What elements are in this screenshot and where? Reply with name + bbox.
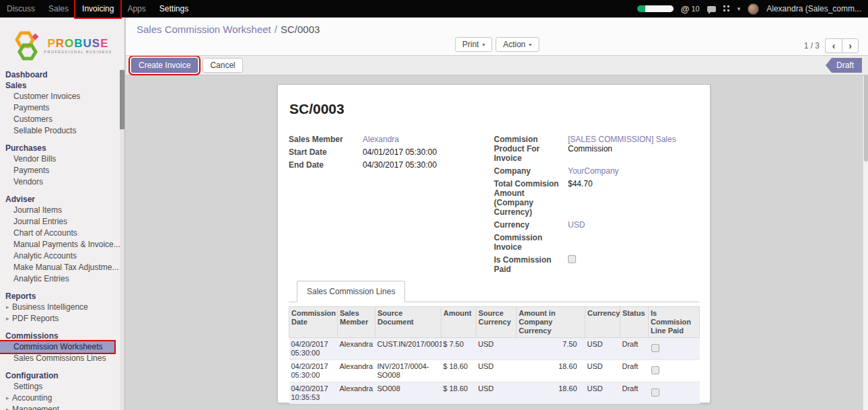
company-value-link[interactable]: YourCompany	[568, 166, 619, 176]
col-header-sales-member[interactable]: Sales Member	[338, 307, 375, 338]
sidebar-item-label: Journal Entries	[13, 216, 67, 228]
apps-grid-icon[interactable]	[723, 5, 730, 12]
sidebar-section-commissions[interactable]: Commissions	[0, 331, 124, 341]
col-header-status[interactable]: Status	[620, 307, 649, 338]
sidebar-scrollbar-thumb[interactable]	[120, 70, 124, 129]
create-invoice-button[interactable]: Create Invoice	[131, 58, 198, 73]
commission-product-value[interactable]: [SALES COMMISSION] Sales Commission	[568, 135, 699, 163]
messages-icon[interactable]	[707, 6, 716, 12]
sidebar-item-manual-tax-adjustment[interactable]: Make Manual Tax Adjustme...	[0, 262, 124, 273]
is-commission-paid-checkbox[interactable]	[568, 255, 576, 263]
commission-invoice-value[interactable]	[568, 233, 699, 252]
cell-company-amount: 18.60	[517, 360, 585, 382]
main-scrollbar-thumb[interactable]	[864, 61, 868, 162]
sidebar-item-label: Vendor Bills	[13, 153, 56, 165]
currency-value-link[interactable]: USD	[568, 220, 585, 230]
topmenu-discuss[interactable]: Discuss	[0, 0, 42, 18]
sidebar-item-sellable-products[interactable]: Sellable Products	[0, 125, 124, 137]
sidebar-item-payments-sales[interactable]: Payments	[0, 102, 124, 114]
col-header-commission-date[interactable]: Commission Date	[289, 307, 338, 338]
sidebar-item-vendors[interactable]: Vendors	[0, 176, 124, 188]
progress-pill-icon[interactable]	[637, 5, 674, 12]
col-header-source-document[interactable]: Source Document	[375, 307, 441, 338]
systray: @ 10 ▾ Alexandra (Sales_comm...	[637, 0, 868, 18]
line-paid-checkbox[interactable]	[651, 388, 659, 397]
sidebar-item-management[interactable]: ▸Management	[0, 404, 124, 410]
field-label-is-commission-paid: Is Commission Paid	[494, 255, 568, 274]
print-dropdown-button[interactable]: Print ▾	[455, 37, 493, 52]
sidebar-scrollbar[interactable]	[120, 69, 124, 410]
print-label: Print	[462, 40, 479, 49]
sidebar-section-configuration[interactable]: Configuration	[0, 371, 124, 381]
table-row[interactable]: 04/20/2017 10:35:53 Alexandra SO008 $ 18…	[289, 382, 700, 405]
table-row[interactable]: 04/20/2017 05:30:00 Alexandra CUST.IN/20…	[289, 338, 700, 360]
table-row[interactable]: 04/20/2017 05:30:00 Alexandra INV/2017/0…	[289, 360, 700, 382]
topmenu-sales[interactable]: Sales	[42, 0, 75, 18]
col-header-amount[interactable]: Amount	[441, 307, 476, 338]
commission-product-link[interactable]: [SALES COMMISSION] Sales	[568, 135, 676, 144]
field-label-commission-product: Commision Product For Invoice	[494, 135, 568, 163]
col-header-currency[interactable]: Currency	[585, 307, 620, 338]
avatar[interactable]	[748, 3, 759, 15]
chevron-down-icon: ▾	[482, 42, 485, 48]
sidebar-item-business-intelligence[interactable]: ▸Business Intelligence	[0, 302, 124, 313]
sidebar-item-commission-worksheets[interactable]: Commission Worksheets	[0, 341, 114, 353]
sidebar-item-sales-commissions-lines[interactable]: Sales Commissions Lines	[0, 353, 124, 364]
status-badge-draft[interactable]: Draft	[826, 58, 862, 73]
col-header-is-commission-line-paid[interactable]: Is Commision Line Paid	[649, 307, 700, 338]
sales-member-value-link[interactable]: Alexandra	[363, 135, 399, 144]
topmenu-apps[interactable]: Apps	[120, 0, 152, 18]
topmenu-invoicing[interactable]: Invoicing	[75, 0, 120, 18]
sidebar-item-pdf-reports[interactable]: ▸PDF Reports	[0, 313, 124, 324]
sidebar-item-manual-payments[interactable]: Manual Payments & Invoice...	[0, 239, 124, 250]
sidebar-item-customers[interactable]: Customers	[0, 114, 124, 125]
end-date-value[interactable]: 04/30/2017 05:30:00	[363, 160, 494, 170]
topmenu-settings[interactable]: Settings	[153, 0, 195, 18]
sidebar-item-analytic-accounts[interactable]: Analytic Accounts	[0, 250, 124, 262]
user-menu[interactable]: Alexandra (Sales_comm...	[766, 4, 861, 13]
sidebar-item-accounting[interactable]: ▸Accounting	[0, 392, 124, 404]
pager-next-button[interactable]: ›	[842, 38, 859, 53]
record-title: SC/0003	[289, 101, 699, 117]
sidebar-item-customer-invoices[interactable]: Customer Invoices	[0, 91, 124, 102]
sidebar-item-payments-purchases[interactable]: Payments	[0, 165, 124, 176]
start-date-value[interactable]: 04/01/2017 05:30:00	[363, 147, 494, 157]
col-header-amount-company-currency[interactable]: Amount in Company Currency	[517, 307, 585, 338]
activities-button[interactable]: @ 10	[681, 4, 700, 14]
main-scrollbar[interactable]	[863, 18, 868, 410]
chevron-down-icon[interactable]: ▾	[737, 5, 741, 12]
sidebar-section-dashboard[interactable]: Dashboard	[0, 70, 124, 80]
sidebar-item-label: Analytic Entries	[13, 273, 69, 285]
field-label-company: Company	[494, 166, 568, 176]
sidebar-section-reports[interactable]: Reports	[0, 292, 124, 302]
breadcrumb-separator: /	[275, 24, 277, 35]
sidebar-section-adviser[interactable]: Adviser	[0, 195, 124, 205]
sidebar-item-label: Payments	[13, 165, 49, 176]
sidebar-item-chart-of-accounts[interactable]: Chart of Accounts	[0, 228, 124, 239]
cancel-button[interactable]: Cancel	[203, 58, 242, 73]
form-sheet: SC/0003 Sales Member Alexandra Start Dat…	[277, 84, 711, 403]
breadcrumb-parent-link[interactable]: Sales Commission Worksheet	[137, 24, 271, 35]
sidebar-section-purchases[interactable]: Purchases	[0, 143, 124, 153]
sidebar-item-label: Settings	[13, 381, 42, 392]
sidebar-item-label: Vendors	[13, 176, 43, 188]
main-area: Sales Commission Worksheet/SC/0003 Print…	[126, 18, 868, 410]
top-navbar: Discuss Sales Invoicing Apps Settings @ …	[0, 0, 868, 18]
sidebar-section-sales[interactable]: Sales	[0, 81, 124, 91]
cell-member: Alexandra	[338, 360, 375, 382]
sidebar-item-analytic-entries[interactable]: Analytic Entries	[0, 273, 124, 285]
cell-doc: CUST.IN/2017/0001	[375, 338, 441, 360]
line-paid-checkbox[interactable]	[651, 344, 659, 352]
tab-sales-commission-lines[interactable]: Sales Commission Lines	[297, 281, 405, 302]
sidebar-item-journal-items[interactable]: Journal Items	[0, 205, 124, 216]
line-paid-checkbox[interactable]	[651, 366, 659, 374]
action-dropdown-button[interactable]: Action ▾	[496, 37, 539, 52]
sidebar-item-vendor-bills[interactable]: Vendor Bills	[0, 153, 124, 165]
sidebar-item-journal-entries[interactable]: Journal Entries	[0, 216, 124, 228]
pager-counter: 1 / 3	[804, 41, 820, 50]
sidebar-item-settings[interactable]: Settings	[0, 381, 124, 392]
pager-previous-button[interactable]: ‹	[825, 38, 842, 53]
field-group-left: Sales Member Alexandra Start Date 04/01/…	[289, 135, 494, 277]
cell-date: 04/20/2017 05:30:00	[289, 360, 338, 382]
col-header-source-currency[interactable]: Source Currency	[476, 307, 517, 338]
